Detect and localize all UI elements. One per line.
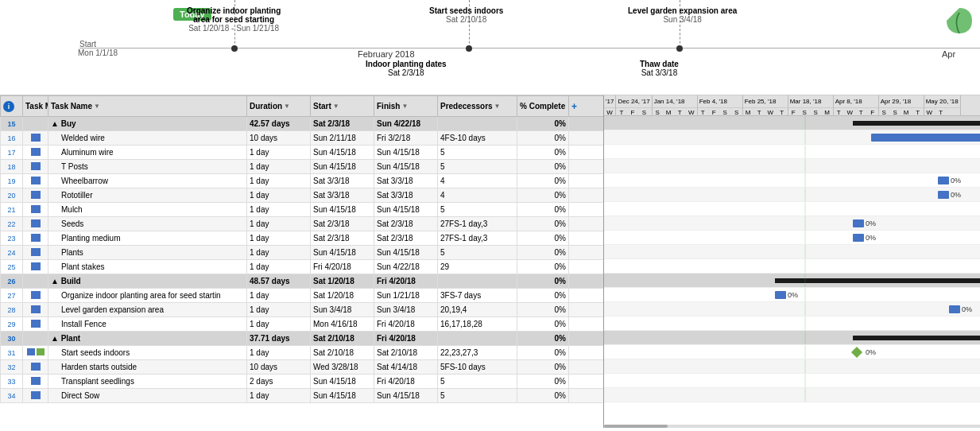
row-task-name[interactable]: Seeds xyxy=(48,217,247,231)
row-task-name[interactable]: Aluminum wire xyxy=(48,146,247,160)
gantt-row: 0% xyxy=(604,245,980,259)
row-add-cell xyxy=(569,117,605,131)
row-task-name[interactable]: Transplant seedlings xyxy=(48,375,247,389)
task-tbody: 15▲ Buy42.57 daysSat 2/3/18Sun 4/22/180%… xyxy=(1,117,605,403)
row-add-cell xyxy=(569,375,605,389)
col-add-header[interactable]: + xyxy=(569,96,605,117)
row-task-name[interactable]: Install Fence xyxy=(48,317,247,332)
row-task-name[interactable]: Plant stakes xyxy=(48,260,247,274)
gantt-pct-label: 0% xyxy=(788,291,798,299)
row-start: Sat 3/3/18 xyxy=(311,188,374,203)
pred-sort-icon: ▼ xyxy=(494,103,501,110)
row-task-name[interactable]: T Posts xyxy=(48,160,247,174)
row-task-name[interactable]: ▲ Build xyxy=(48,274,247,289)
row-mode-cell xyxy=(23,317,48,332)
today-vertical-line xyxy=(804,359,806,373)
col-start-header[interactable]: Start ▼ xyxy=(311,96,374,117)
row-duration: 2 days xyxy=(247,375,311,389)
row-task-name[interactable]: Plants xyxy=(48,246,247,260)
row-predecessors: 5 xyxy=(438,160,517,174)
col-name-header[interactable]: Task Name ▼ xyxy=(48,96,247,117)
row-info-cell: 16 xyxy=(1,131,23,146)
row-add-cell xyxy=(569,332,605,346)
row-task-name[interactable]: Rototiller xyxy=(48,188,247,203)
row-duration: 1 day xyxy=(247,246,311,260)
table-row: 17Aluminum wire1 daySun 4/15/18Sun 4/15/… xyxy=(1,146,605,160)
add-column-button[interactable]: + xyxy=(571,101,577,112)
gantt-bar xyxy=(938,191,949,199)
task-table: i Task Mode ▼ Task Name ▼ xyxy=(0,95,604,403)
table-row: 32Harden starts outside10 daysWed 3/28/1… xyxy=(1,360,605,375)
today-vertical-line xyxy=(804,116,806,130)
row-start: Sun 4/15/18 xyxy=(311,375,374,389)
gantt-row: 0% xyxy=(604,388,980,402)
row-task-name[interactable]: Start seeds indoors xyxy=(48,346,247,360)
row-start: Wed 3/28/18 xyxy=(311,360,374,375)
gantt-group-17: '17 W xyxy=(604,95,616,115)
row-duration: 1 day xyxy=(247,146,311,160)
today-vertical-line xyxy=(804,145,806,158)
feb-label: February 2018 xyxy=(358,49,415,59)
today-vertical-line xyxy=(804,274,806,287)
gantt-row: 0% xyxy=(604,274,980,288)
gantt-pct-label: 0% xyxy=(951,177,961,184)
gantt-bar xyxy=(853,234,864,242)
gantt-group-jan14: Jan 14, '18 S M T W xyxy=(653,95,698,115)
milestone1-label: Organize indoor planting area for seed s… xyxy=(187,6,281,33)
row-predecessors: 4FS-10 days xyxy=(438,131,517,146)
row-task-name[interactable]: Organize indoor planting area for seed s… xyxy=(48,289,247,303)
table-row: 30▲ Plant37.71 daysSat 2/10/18Fri 4/20/1… xyxy=(1,332,605,346)
row-predecessors: 4 xyxy=(438,174,517,188)
row-add-cell xyxy=(569,317,605,332)
gantt-row: 0% xyxy=(604,130,980,145)
row-finish: Fri 4/20/18 xyxy=(374,332,438,346)
row-add-cell xyxy=(569,146,605,160)
table-row: 18T Posts1 daySun 4/15/18Sun 4/15/1850% xyxy=(1,160,605,174)
row-mode-cell xyxy=(23,217,48,231)
today-vertical-line xyxy=(804,374,806,387)
milestone1-dot xyxy=(231,45,238,52)
table-row: 28Level garden expansion area1 daySun 3/… xyxy=(1,303,605,317)
row-task-name[interactable]: Harden starts outside xyxy=(48,360,247,375)
row-mode-cell xyxy=(23,188,48,203)
row-start: Sat 2/3/18 xyxy=(311,231,374,246)
row-task-name[interactable]: ▲ Plant xyxy=(48,332,247,346)
row-task-name[interactable]: Level garden expansion area xyxy=(48,303,247,317)
finish-sort-icon: ▼ xyxy=(401,103,408,110)
row-finish: Sat 3/3/18 xyxy=(374,174,438,188)
horizontal-scrollbar[interactable] xyxy=(604,425,980,428)
row-task-name[interactable]: Planting medium xyxy=(48,231,247,246)
row-mode-cell xyxy=(23,303,48,317)
row-finish: Sun 3/4/18 xyxy=(374,303,438,317)
row-pct-complete: 0% xyxy=(517,117,569,131)
duration-sort-icon: ▼ xyxy=(284,103,290,110)
gantt-row: 0% xyxy=(604,188,980,202)
col-duration-header[interactable]: Duration ▼ xyxy=(247,96,311,117)
col-finish-header[interactable]: Finish ▼ xyxy=(374,96,438,117)
col-pct-header[interactable]: % Complete ▼ xyxy=(517,96,569,117)
gantt-row: 0% xyxy=(604,359,980,374)
row-duration: 1 day xyxy=(247,160,311,174)
row-start: Sat 2/3/18 xyxy=(311,217,374,231)
row-info-cell: 23 xyxy=(1,231,23,246)
row-pct-complete: 0% xyxy=(517,146,569,160)
row-task-name[interactable]: Mulch xyxy=(48,203,247,217)
row-start: Sun 4/15/18 xyxy=(311,160,374,174)
row-task-name[interactable]: Welded wire xyxy=(48,131,247,146)
indoor-planting-note: Indoor planting dates Sat 2/3/18 xyxy=(366,60,447,77)
gantt-row: 0% xyxy=(604,316,980,331)
row-task-name[interactable]: ▲ Buy xyxy=(48,117,247,131)
start-date: Mon 1/1/18 xyxy=(78,49,118,57)
row-predecessors: 5FS-10 days xyxy=(438,360,517,375)
row-add-cell xyxy=(569,217,605,231)
row-start: Sun 4/15/18 xyxy=(311,203,374,217)
row-task-name[interactable]: Wheelbarrow xyxy=(48,174,247,188)
col-mode-header[interactable]: Task Mode ▼ xyxy=(23,96,48,117)
gantt-row: 0% xyxy=(604,259,980,274)
row-mode-cell xyxy=(23,203,48,217)
row-start: Sun 2/11/18 xyxy=(311,131,374,146)
col-pred-header[interactable]: Predecessors ▼ xyxy=(438,96,517,117)
row-task-name[interactable]: Direct Sow xyxy=(48,389,247,403)
start-label: Start xyxy=(79,40,96,49)
scrollbar-thumb[interactable] xyxy=(604,425,668,428)
